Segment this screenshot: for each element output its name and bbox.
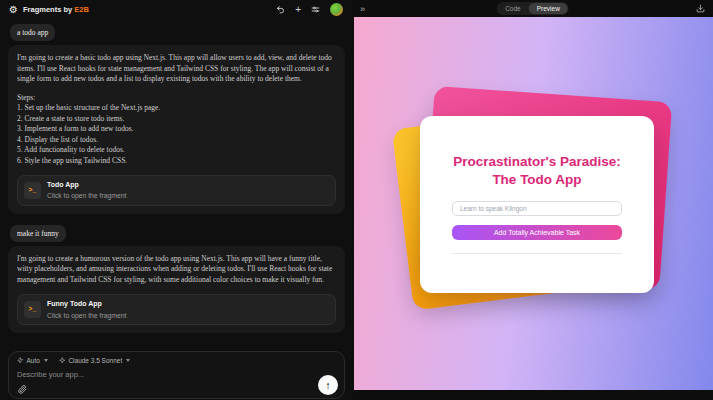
- step-line: 2. Create a state to store todo items.: [17, 114, 336, 125]
- fragment-info: Funny Todo App Click to open the fragmen…: [47, 299, 126, 320]
- todo-app-title-line2: The Todo App: [420, 171, 654, 189]
- template-select[interactable]: Auto: [17, 357, 48, 364]
- zap-icon: [17, 357, 24, 364]
- app-title-text: Fragments by: [23, 5, 72, 14]
- send-button[interactable]: ↑: [318, 375, 338, 395]
- step-line: 1. Set up the basic structure of the Nex…: [17, 103, 336, 114]
- fragment-subtitle: Click to open the fragment: [47, 191, 126, 201]
- app-title: Fragments by E2B: [23, 5, 89, 14]
- chevron-down-icon: [44, 359, 48, 362]
- step-line: 6. Style the app using Tailwind CSS.: [17, 156, 336, 167]
- fragment-subtitle: Click to open the fragment: [47, 311, 126, 321]
- chevron-down-icon: [126, 359, 130, 362]
- attach-file-icon[interactable]: [18, 385, 27, 394]
- chat-panel: ⚙ Fragments by E2B + a todo app I'm goin…: [0, 0, 352, 400]
- add-task-button[interactable]: Add Totally Achievable Task: [452, 225, 622, 240]
- new-chat-icon[interactable]: +: [295, 4, 301, 15]
- todo-app-title-line1: Procrastinator's Paradise:: [420, 153, 654, 171]
- brand-label: E2B: [74, 5, 89, 14]
- settings-sliders-icon[interactable]: [311, 5, 320, 14]
- template-select-label: Auto: [27, 357, 40, 364]
- model-row: Auto Claude 3.5 Sonnet: [17, 357, 336, 364]
- steps-label: Steps:: [17, 93, 336, 104]
- step-line: 4. Display the list of todos.: [17, 135, 336, 146]
- app-header: ⚙ Fragments by E2B +: [0, 0, 352, 19]
- model-select-label: Claude 3.5 Sonnet: [68, 357, 122, 364]
- fragment-title: Todo App: [47, 180, 126, 190]
- tab-preview[interactable]: Preview: [529, 3, 568, 14]
- todo-app-title: Procrastinator's Paradise: The Todo App: [420, 153, 654, 189]
- model-select[interactable]: Claude 3.5 Sonnet: [59, 357, 130, 364]
- chat-composer[interactable]: Auto Claude 3.5 Sonnet Describe your app…: [8, 351, 345, 399]
- user-message: a todo app: [10, 24, 55, 41]
- steps-block: Steps: 1. Set up the basic structure of …: [17, 93, 336, 167]
- user-message: make it funny: [10, 225, 66, 242]
- fragment-title: Funny Todo App: [47, 299, 126, 309]
- assistant-text: I'm going to create a humorous version o…: [17, 254, 336, 286]
- download-icon[interactable]: [696, 4, 705, 13]
- view-tabs: Code Preview: [496, 2, 569, 15]
- collapse-panel-icon[interactable]: »: [360, 4, 365, 14]
- undo-icon[interactable]: [276, 5, 285, 14]
- assistant-message: I'm going to create a humorous version o…: [8, 246, 345, 333]
- todo-task-input[interactable]: Learn to speak Klingon: [452, 201, 622, 216]
- chat-thread: a todo app I'm going to create a basic t…: [8, 21, 345, 341]
- fragment-card-todo-app[interactable]: >_ Todo App Click to open the fragment: [17, 175, 336, 206]
- fragments-logo-icon: ⚙: [9, 5, 18, 15]
- header-actions: +: [276, 3, 343, 16]
- terminal-icon: >_: [24, 301, 41, 318]
- assistant-text: I'm going to create a basic todo app usi…: [17, 53, 336, 85]
- assistant-message: I'm going to create a basic todo app usi…: [8, 45, 345, 214]
- step-line: 5. Add functionality to delete todos.: [17, 145, 336, 156]
- fragment-info: Todo App Click to open the fragment: [47, 180, 126, 201]
- tab-code[interactable]: Code: [497, 3, 529, 14]
- todo-list-divider: [452, 253, 622, 254]
- fragment-card-funny-todo-app[interactable]: >_ Funny Todo App Click to open the frag…: [17, 294, 336, 325]
- user-avatar[interactable]: [330, 3, 343, 16]
- terminal-icon: >_: [24, 182, 41, 199]
- step-line: 3. Implement a form to add new todos.: [17, 124, 336, 135]
- sparkle-icon: [59, 357, 66, 364]
- preview-header: » Code Preview: [352, 0, 713, 17]
- preview-panel: » Code Preview Procrastinator's Paradise…: [352, 0, 713, 400]
- todo-app-card: Procrastinator's Paradise: The Todo App …: [420, 116, 654, 293]
- app-preview-viewport: Procrastinator's Paradise: The Todo App …: [354, 17, 713, 390]
- prompt-input[interactable]: Describe your app...: [17, 370, 336, 379]
